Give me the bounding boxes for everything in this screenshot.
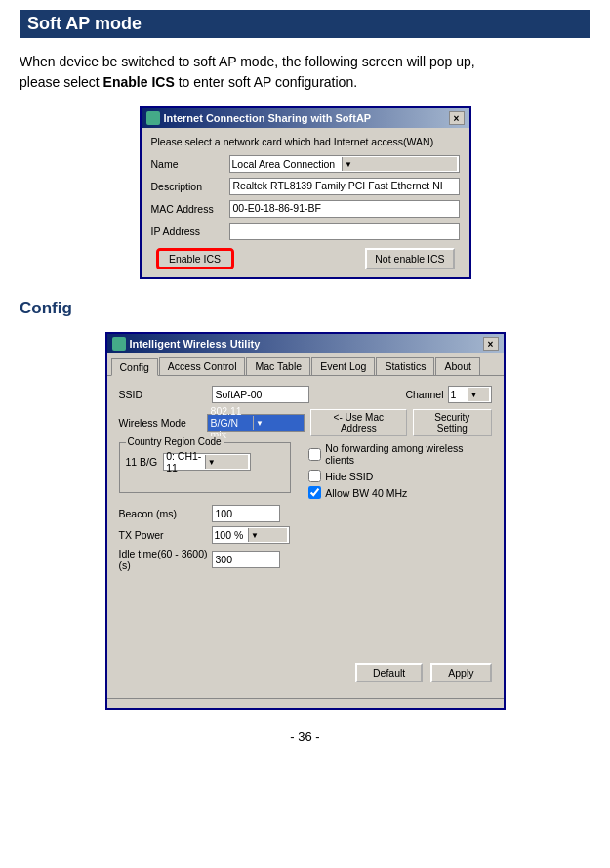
- tx-power-label: TX Power: [119, 529, 212, 541]
- beacon-input[interactable]: [212, 505, 280, 522]
- ics-dialog: Internet Connection Sharing with SoftAP …: [140, 106, 471, 279]
- wu-footer-buttons: Default Apply: [119, 663, 492, 688]
- tab-event-log[interactable]: Event Log: [311, 357, 375, 375]
- wu-body: SSID Channel 1 ▼ Wireless Mode 802.11 B/…: [107, 376, 504, 698]
- tx-power-arrow: ▼: [248, 528, 287, 542]
- ics-mac-row: MAC Address 00-E0-18-86-91-BF: [151, 200, 460, 218]
- ics-subtitle: Please select a network card which had I…: [151, 136, 460, 147]
- country-bg-dropdown[interactable]: 0: CH1-11 ▼: [163, 453, 251, 471]
- wireless-mode-arrow: ▼: [253, 416, 300, 430]
- ssid-row: SSID: [119, 386, 406, 403]
- wu-tabs: Config Access Control Mac Table Event Lo…: [107, 353, 504, 376]
- page-footer: - 36 -: [20, 729, 590, 744]
- tx-power-dropdown[interactable]: 100 % ▼: [212, 526, 290, 544]
- ics-title-text: Internet Connection Sharing with SoftAP: [164, 112, 372, 124]
- idle-label: Idle time(60 - 3600)(s): [119, 548, 212, 571]
- idle-input[interactable]: [212, 551, 280, 568]
- intro-text-2: please select: [20, 74, 103, 90]
- allow-bw-checkbox[interactable]: [308, 486, 321, 499]
- intro-text-1: When device be switched to soft AP mode,…: [20, 54, 475, 69]
- tx-power-row: TX Power 100 % ▼: [119, 526, 492, 544]
- tx-power-value: 100 %: [215, 529, 249, 541]
- ics-desc-row: Description Realtek RTL8139 Family PCI F…: [151, 178, 460, 195]
- tab-statistics[interactable]: Statistics: [376, 357, 434, 375]
- intro-paragraph: When device be switched to soft AP mode,…: [20, 52, 590, 93]
- ics-titlebar-icon: [146, 111, 160, 125]
- ics-mac-value: 00-E0-18-86-91-BF: [229, 200, 460, 218]
- ics-titlebar-left: Internet Connection Sharing with SoftAP: [146, 111, 372, 125]
- ssid-input[interactable]: [212, 386, 309, 403]
- no-forward-checkbox[interactable]: [308, 448, 321, 461]
- country-checkboxes-row: Country Region Code 11 B/G 0: CH1-11 ▼ N…: [119, 442, 492, 499]
- channel-label: Channel: [405, 389, 443, 400]
- channel-arrow: ▼: [468, 388, 489, 401]
- hide-ssid-label: Hide SSID: [325, 471, 373, 482]
- apply-button[interactable]: Apply: [430, 663, 491, 682]
- security-button[interactable]: Security Setting: [413, 409, 491, 436]
- wireless-mode-row: Wireless Mode 802.11 B/G/N mix ▼ <- Use …: [119, 409, 492, 436]
- ics-name-label: Name: [151, 158, 229, 170]
- beacon-label: Beacon (ms): [119, 508, 212, 519]
- ics-name-value: Local Area Connection: [232, 158, 343, 170]
- country-bg-label: 11 B/G: [126, 456, 158, 468]
- ics-mac-label: MAC Address: [151, 203, 229, 215]
- config-heading: Config: [20, 299, 590, 318]
- channel-group: Channel 1 ▼: [405, 386, 491, 403]
- ics-close-button[interactable]: ×: [449, 111, 465, 125]
- enable-ics-button[interactable]: Enable ICS: [156, 248, 234, 269]
- allow-bw-row: Allow BW 40 MHz: [308, 486, 491, 499]
- wu-titlebar-icon: [112, 337, 126, 351]
- country-group: Country Region Code 11 B/G 0: CH1-11 ▼: [119, 442, 292, 493]
- hide-ssid-row: Hide SSID: [308, 470, 491, 482]
- wu-dialog-container: Intelligent Wireless Utility × Config Ac…: [20, 332, 590, 710]
- wu-title-text: Intelligent Wireless Utility: [130, 338, 261, 350]
- beacon-row: Beacon (ms): [119, 505, 492, 522]
- hide-ssid-checkbox[interactable]: [308, 470, 321, 482]
- wireless-mode-label: Wireless Mode: [119, 417, 207, 429]
- intro-text-3: to enter soft AP configuration.: [175, 74, 357, 90]
- ics-desc-label: Description: [151, 181, 229, 192]
- ssid-label: SSID: [119, 389, 212, 400]
- ics-name-row: Name Local Area Connection ▼: [151, 155, 460, 173]
- wu-titlebar: Intelligent Wireless Utility ×: [107, 334, 504, 353]
- channel-value: 1: [451, 389, 468, 400]
- country-bg-arrow: ▼: [205, 455, 249, 469]
- allow-bw-label: Allow BW 40 MHz: [325, 487, 407, 499]
- wu-status-bar: [107, 698, 504, 708]
- ics-body: Please select a network card which had I…: [142, 128, 469, 277]
- ics-ip-row: IP Address: [151, 223, 460, 240]
- no-forward-row: No forwarding among wireless clients: [308, 442, 491, 466]
- use-mac-button[interactable]: <- Use Mac Address: [310, 409, 408, 436]
- tab-config[interactable]: Config: [111, 358, 158, 376]
- idle-row: Idle time(60 - 3600)(s): [119, 548, 492, 571]
- country-inner: 11 B/G 0: CH1-11 ▼: [126, 453, 285, 471]
- ics-desc-value: Realtek RTL8139 Family PCI Fast Ethernet…: [229, 178, 460, 195]
- ics-name-dropdown[interactable]: Local Area Connection ▼: [229, 155, 460, 173]
- wu-titlebar-left: Intelligent Wireless Utility: [112, 337, 261, 351]
- default-button[interactable]: Default: [355, 663, 423, 682]
- no-forward-label: No forwarding among wireless clients: [325, 442, 491, 466]
- country-bg-value: 0: CH1-11: [166, 450, 205, 474]
- not-enable-ics-button[interactable]: Not enable ICS: [365, 248, 454, 269]
- spacer: [119, 575, 492, 653]
- wu-close-button[interactable]: ×: [483, 337, 499, 351]
- page-title: Soft AP mode: [20, 10, 590, 38]
- ics-buttons: Enable ICS Not enable ICS: [151, 248, 460, 269]
- channel-dropdown[interactable]: 1 ▼: [448, 386, 492, 403]
- ics-name-arrow: ▼: [342, 157, 457, 171]
- wireless-mode-dropdown[interactable]: 802.11 B/G/N mix ▼: [207, 414, 305, 432]
- wu-dialog: Intelligent Wireless Utility × Config Ac…: [105, 332, 506, 710]
- intro-bold: Enable ICS: [103, 74, 175, 90]
- checkbox-group: No forwarding among wireless clients Hid…: [308, 442, 491, 499]
- country-legend: Country Region Code: [126, 436, 224, 447]
- tab-about[interactable]: About: [435, 357, 479, 375]
- tab-mac-table[interactable]: Mac Table: [246, 357, 310, 375]
- wireless-mode-value: 802.11 B/G/N mix: [211, 405, 253, 440]
- ics-dialog-container: Internet Connection Sharing with SoftAP …: [20, 106, 590, 279]
- ics-titlebar: Internet Connection Sharing with SoftAP …: [142, 108, 469, 128]
- ics-ip-label: IP Address: [151, 226, 229, 237]
- tab-access-control[interactable]: Access Control: [159, 357, 246, 375]
- ics-ip-value[interactable]: [229, 223, 460, 240]
